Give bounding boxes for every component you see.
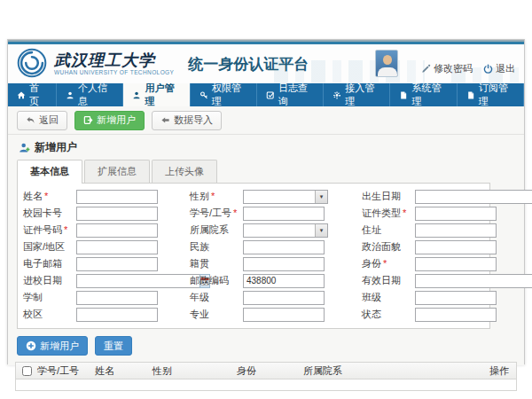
change-password-link[interactable]: 修改密码: [421, 62, 473, 77]
nav-item-permission[interactable]: 权限管理: [191, 83, 257, 106]
field-label: 校园卡号: [23, 207, 62, 218]
student-id-input[interactable]: [243, 207, 325, 221]
field-name: 姓名*: [23, 189, 190, 204]
check-square-icon: [266, 90, 275, 100]
entry-date-input[interactable]: [76, 274, 200, 288]
major-input[interactable]: [243, 308, 325, 322]
data-import-button[interactable]: 数据导入: [152, 111, 222, 130]
pencil-icon: [421, 64, 431, 74]
home-icon: [17, 90, 26, 100]
add-user-submit-button[interactable]: 新增用户: [17, 336, 88, 356]
chevron-down-icon[interactable]: ▾: [315, 191, 327, 203]
field-political-status: 政治面貌: [362, 239, 497, 254]
id-type-input[interactable]: [415, 207, 497, 221]
education-length-input[interactable]: [76, 291, 158, 305]
field-native-place: 籍贯: [190, 256, 362, 271]
valid-date-input[interactable]: [415, 274, 532, 288]
field-label: 籍贯: [190, 258, 209, 269]
app-header: 武汉理工大学 WUHAN UNIVERSITY OF TECHNOLOGY 统一…: [8, 44, 524, 83]
tab-extended-info[interactable]: 扩展信息: [84, 160, 150, 183]
university-logo-icon: [17, 48, 47, 78]
column-name: 姓名: [95, 364, 153, 378]
required-marker: *: [403, 207, 406, 218]
user-avatar[interactable]: [375, 50, 398, 77]
grade-input[interactable]: [243, 291, 325, 305]
field-campus-card: 校园卡号: [23, 206, 190, 221]
country-region-input[interactable]: [76, 240, 158, 254]
field-class: 班级: [362, 290, 497, 305]
reset-button[interactable]: 重置: [95, 336, 132, 356]
campus-card-input[interactable]: [76, 207, 158, 221]
address-input[interactable]: [415, 223, 497, 238]
field-label: 进校日期: [23, 275, 62, 286]
column-identity: 身份: [237, 364, 303, 378]
field-birth-date: 出生日期: [362, 189, 500, 204]
political-status-input[interactable]: [415, 240, 497, 254]
id-number-input[interactable]: [76, 223, 158, 238]
field-label: 国家/地区: [23, 241, 65, 252]
field-label: 姓名: [23, 191, 43, 201]
table-header-row: 学号/工号 姓名 性别 身份 所属院系 操作: [15, 362, 517, 379]
field-label: 出生日期: [362, 191, 401, 201]
field-label: 住址: [362, 224, 381, 235]
name-input[interactable]: [76, 190, 158, 204]
field-label: 校区: [23, 309, 43, 319]
field-label: 民族: [190, 241, 209, 252]
field-label: 证件号码: [23, 224, 62, 235]
email-input[interactable]: [76, 257, 158, 271]
field-id-type: 证件类型*: [362, 206, 497, 221]
field-label: 状态: [362, 309, 381, 319]
basic-info-form: 姓名* 性别* ▾ 出生日期 校园卡号: [17, 183, 490, 329]
birth-date-input[interactable]: [415, 190, 532, 204]
nav-item-system[interactable]: 系统管理: [390, 83, 457, 106]
field-valid-date: 有效日期: [362, 273, 500, 288]
add-user-toolbar-button[interactable]: 新增用户: [74, 111, 145, 130]
back-arrow-icon: [26, 115, 35, 125]
main-nav: 首页 个人信息 用户管理 权限管理 日志查询 接入管理 系统管理 订阅管理: [8, 83, 524, 106]
field-label: 学号/工号: [190, 207, 231, 218]
nav-item-logs[interactable]: 日志查询: [257, 83, 324, 106]
gender-select[interactable]: ▾: [243, 190, 328, 204]
section-title: 新增用户: [8, 135, 524, 156]
tab-basic-info[interactable]: 基本信息: [17, 160, 82, 184]
back-button[interactable]: 返回: [17, 111, 67, 130]
field-label: 政治面貌: [362, 241, 401, 252]
form-actions: 新增用户 重置: [17, 336, 524, 356]
field-label: 性别: [190, 191, 209, 201]
nav-item-profile[interactable]: 个人信息: [57, 83, 123, 106]
required-marker: *: [44, 191, 48, 201]
file-icon: [399, 90, 408, 100]
identity-input[interactable]: [415, 257, 497, 271]
status-input[interactable]: [415, 308, 497, 322]
file-icon: [466, 90, 475, 100]
field-ethnicity: 民族: [190, 239, 362, 254]
field-label: 学制: [23, 292, 43, 302]
class-input[interactable]: [415, 291, 497, 305]
field-label: 所属院系: [190, 224, 229, 235]
tab-upload-avatar[interactable]: 上传头像: [152, 160, 217, 183]
import-arrow-icon: [160, 115, 170, 125]
campus-input[interactable]: [76, 308, 158, 322]
nav-item-home[interactable]: 首页: [8, 83, 57, 106]
toolbar: 返回 新增用户 数据导入: [8, 106, 524, 135]
select-all-checkbox[interactable]: [22, 366, 32, 376]
chevron-down-icon[interactable]: ▾: [315, 224, 327, 237]
field-label: 专业: [190, 309, 209, 319]
field-country-region: 国家/地区: [23, 239, 190, 254]
nav-item-user-management[interactable]: 用户管理: [123, 83, 190, 106]
form-tabbar: 基本信息 扩展信息 上传头像: [17, 160, 524, 183]
nav-item-subscription[interactable]: 订阅管理: [458, 83, 524, 106]
department-select[interactable]: ▾: [243, 223, 328, 238]
ethnicity-input[interactable]: [243, 240, 325, 254]
logout-link[interactable]: 退出: [483, 62, 515, 77]
table-empty-row: [15, 379, 517, 391]
user-table: 学号/工号 姓名 性别 身份 所属院系 操作: [15, 362, 517, 391]
native-place-input[interactable]: [243, 257, 325, 271]
plus-circle-icon: [26, 340, 36, 351]
column-gender: 性别: [153, 364, 237, 378]
field-department: 所属院系 ▾: [190, 223, 362, 238]
field-label: 电子邮箱: [23, 258, 62, 269]
nav-item-access[interactable]: 接入管理: [324, 83, 390, 106]
field-id-number: 证件号码*: [23, 223, 190, 238]
postal-code-input[interactable]: [243, 274, 325, 288]
